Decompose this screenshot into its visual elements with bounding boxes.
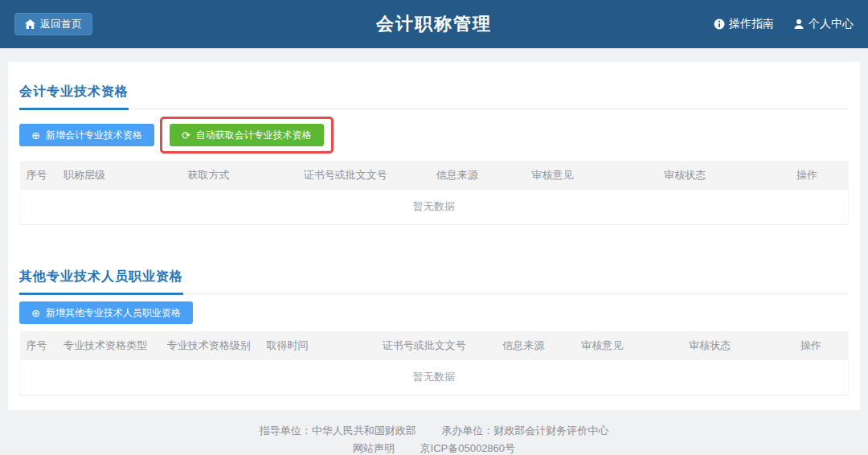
user-icon [793, 18, 805, 30]
table-header-row: 序号 职称层级 获取方式 证书号或批文文号 信息来源 审核意见 审核状态 操作 [20, 161, 849, 190]
footer-guidance-unit: 指导单位：中华人民共和国财政部 [260, 424, 416, 437]
footer-line-2: 网站声明 京ICP备05002860号 [0, 440, 868, 455]
operation-guide-label: 操作指南 [729, 17, 774, 31]
personal-center-label: 个人中心 [809, 17, 854, 31]
add-other-qualification-button[interactable]: ⊕ 新增其他专业技术人员职业资格 [19, 301, 193, 324]
section1-header: 会计专业技术资格 [19, 62, 849, 109]
section2-header: 其他专业技术人员职业资格 [19, 247, 849, 294]
column-header: 审核意见 [575, 331, 682, 360]
column-header: 序号 [20, 331, 57, 360]
column-header: 专业技术资格级别 [161, 331, 260, 360]
empty-state-text: 暂无数据 [20, 190, 849, 225]
footer-line-1: 指导单位：中华人民共和国财政部 承办单位：财政部会计财务评价中心 [0, 422, 868, 440]
section1-title: 会计专业技术资格 [19, 84, 129, 110]
main-card: 会计专业技术资格 ⊕ 新增会计专业技术资格 ⟳ 自动获取会计专业技术资格 序号 … [8, 62, 860, 410]
empty-state-text: 暂无数据 [20, 360, 849, 396]
add-accounting-qualification-button[interactable]: ⊕ 新增会计专业技术资格 [19, 124, 154, 146]
column-header: 证书号或批文文号 [297, 161, 430, 190]
column-header: 取得时间 [260, 331, 375, 360]
back-home-label: 返回首页 [40, 17, 82, 31]
top-bar: 返回首页 会计职称管理 操作指南 个人中心 [0, 0, 868, 48]
section2-title: 其他专业技术人员职业资格 [19, 268, 183, 295]
page-title: 会计职称管理 [376, 12, 492, 36]
footer-host-unit: 承办单位：财政部会计财务评价中心 [441, 424, 608, 437]
column-header: 专业技术资格类型 [57, 331, 161, 360]
column-header: 审核状态 [682, 331, 773, 360]
site-statement-link[interactable]: 网站声明 [353, 442, 395, 454]
column-header: 审核意见 [525, 161, 657, 190]
column-header: 信息来源 [496, 331, 575, 360]
empty-state-row: 暂无数据 [20, 360, 849, 396]
empty-state-row: 暂无数据 [20, 190, 849, 225]
other-qualification-table: 序号 专业技术资格类型 专业技术资格级别 取得时间 证书号或批文文号 信息来源 … [19, 331, 849, 396]
table-header-row: 序号 专业技术资格类型 专业技术资格级别 取得时间 证书号或批文文号 信息来源 … [20, 331, 849, 360]
add-other-qualification-label: 新增其他专业技术人员职业资格 [46, 306, 181, 320]
operation-guide-link[interactable]: 操作指南 [714, 17, 774, 31]
personal-center-link[interactable]: 个人中心 [793, 17, 854, 31]
add-circle-icon: ⊕ [31, 308, 40, 318]
refresh-icon: ⟳ [182, 130, 190, 141]
column-header: 审核状态 [657, 161, 765, 190]
page-footer: 指导单位：中华人民共和国财政部 承办单位：财政部会计财务评价中心 网站声明 京I… [0, 422, 868, 455]
auto-fetch-accounting-qualification-label: 自动获取会计专业技术资格 [196, 129, 312, 142]
column-header: 序号 [20, 161, 57, 190]
column-header: 信息来源 [430, 161, 526, 190]
home-icon [25, 19, 35, 29]
section1-button-row: ⊕ 新增会计专业技术资格 ⟳ 自动获取会计专业技术资格 [19, 117, 849, 154]
back-home-button[interactable]: 返回首页 [14, 13, 92, 35]
auto-fetch-accounting-qualification-button[interactable]: ⟳ 自动获取会计专业技术资格 [170, 124, 324, 146]
icp-number: 京ICP备05002860号 [420, 442, 516, 454]
top-bar-right: 操作指南 个人中心 [714, 17, 854, 31]
column-header: 操作 [774, 331, 849, 360]
column-header: 操作 [765, 161, 848, 190]
section2-button-row: ⊕ 新增其他专业技术人员职业资格 [19, 301, 849, 324]
column-header: 职称层级 [57, 161, 182, 190]
info-icon [714, 18, 725, 30]
add-accounting-qualification-label: 新增会计专业技术资格 [46, 129, 142, 142]
column-header: 证书号或批文文号 [376, 331, 496, 360]
column-header: 获取方式 [182, 161, 297, 190]
accounting-qualification-table: 序号 职称层级 获取方式 证书号或批文文号 信息来源 审核意见 审核状态 操作 … [19, 161, 849, 225]
red-highlight-annotation: ⟳ 自动获取会计专业技术资格 [160, 117, 334, 154]
add-circle-icon: ⊕ [31, 130, 40, 141]
